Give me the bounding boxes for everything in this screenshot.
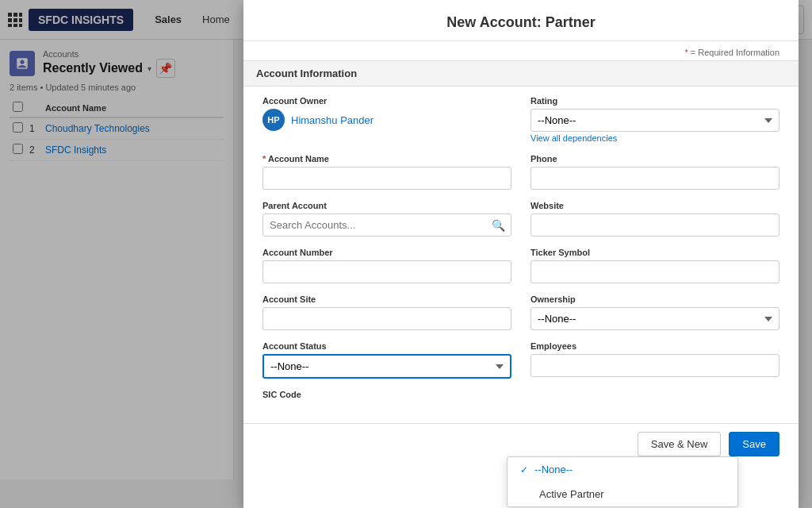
account-status-dropdown-popup: ✓ --None-- Active Partner — [507, 456, 738, 507]
dropdown-item-active-partner[interactable]: Active Partner — [508, 482, 737, 506]
owner-row: HP Himanshu Pander — [262, 109, 511, 131]
account-name-input[interactable] — [262, 167, 511, 190]
account-status-group: Account Status --None-- Active Partner — [262, 341, 511, 379]
form-body: Account Owner HP Himanshu Pander Rating … — [243, 87, 799, 423]
owner-name[interactable]: Himanshu Pander — [291, 114, 373, 126]
owner-rating-row: Account Owner HP Himanshu Pander Rating … — [262, 96, 779, 143]
account-owner-group: Account Owner HP Himanshu Pander — [262, 96, 511, 143]
parent-account-group: Parent Account 🔍 — [262, 201, 511, 237]
ticker-symbol-group: Ticker Symbol — [530, 248, 779, 283]
search-accounts-icon: 🔍 — [492, 219, 505, 232]
account-name-label: Account Name — [262, 154, 511, 164]
account-site-ownership-row: Account Site Ownership --None-- Public P… — [262, 294, 779, 330]
ownership-select[interactable]: --None-- Public Private Subsidiary Other — [530, 307, 779, 330]
website-label: Website — [530, 201, 779, 210]
rating-group: Rating --None-- Hot Warm Cold View all d… — [530, 96, 779, 143]
sic-code-label: SIC Code — [262, 390, 511, 399]
phone-input[interactable] — [530, 167, 779, 190]
account-name-group: Account Name — [262, 154, 511, 190]
save-button[interactable]: Save — [729, 432, 779, 456]
ownership-label: Ownership — [530, 294, 779, 304]
account-name-phone-row: Account Name Phone — [262, 154, 779, 190]
account-number-input[interactable] — [262, 260, 511, 283]
required-info: * = Required Information — [243, 41, 799, 60]
sic-code-spacer — [530, 390, 779, 402]
required-info-text: = Required Information — [691, 48, 779, 57]
employees-input[interactable] — [530, 354, 779, 377]
account-site-group: Account Site — [262, 294, 511, 330]
account-information-section: Account Information — [243, 60, 799, 87]
account-number-label: Account Number — [262, 248, 511, 257]
account-status-select[interactable]: --None-- Active Partner — [262, 354, 511, 379]
parent-account-label: Parent Account — [262, 201, 511, 210]
required-star: * — [684, 48, 688, 57]
account-site-input[interactable] — [262, 307, 511, 330]
parent-account-input[interactable] — [262, 214, 511, 237]
search-accounts-container: 🔍 — [262, 214, 511, 237]
website-input[interactable] — [530, 214, 779, 237]
new-account-modal: New Account: Partner * = Required Inform… — [243, 0, 799, 508]
rating-label: Rating — [530, 96, 779, 106]
modal-header: New Account: Partner — [243, 0, 799, 41]
account-number-group: Account Number — [262, 248, 511, 283]
check-icon: ✓ — [520, 464, 528, 475]
modal-title: New Account: Partner — [262, 14, 779, 31]
employees-label: Employees — [530, 341, 779, 351]
ownership-group: Ownership --None-- Public Private Subsid… — [530, 294, 779, 330]
sic-code-row: SIC Code — [262, 390, 779, 402]
rating-select[interactable]: --None-- Hot Warm Cold — [530, 109, 779, 132]
account-status-label: Account Status — [262, 341, 511, 351]
ticker-symbol-input[interactable] — [530, 260, 779, 283]
save-and-new-button[interactable]: Save & New — [638, 432, 722, 456]
employees-group: Employees — [530, 341, 779, 379]
dropdown-item-active-label: Active Partner — [539, 488, 604, 500]
website-group: Website — [530, 201, 779, 237]
account-site-label: Account Site — [262, 294, 511, 304]
owner-avatar: HP — [262, 109, 285, 131]
dropdown-item-none-label: --None-- — [534, 464, 573, 475]
sic-code-group: SIC Code — [262, 390, 511, 402]
phone-label: Phone — [530, 154, 779, 164]
phone-group: Phone — [530, 154, 779, 190]
ticker-symbol-label: Ticker Symbol — [530, 248, 779, 257]
view-all-dependencies-link[interactable]: View all dependencies — [530, 133, 779, 143]
modal-overlay: New Account: Partner * = Required Inform… — [0, 0, 812, 508]
account-owner-label: Account Owner — [262, 96, 511, 106]
account-number-ticker-row: Account Number Ticker Symbol — [262, 248, 779, 283]
parent-website-row: Parent Account 🔍 Website — [262, 201, 779, 237]
account-status-employees-row: Account Status --None-- Active Partner E… — [262, 341, 779, 379]
dropdown-item-none[interactable]: ✓ --None-- — [508, 457, 737, 482]
